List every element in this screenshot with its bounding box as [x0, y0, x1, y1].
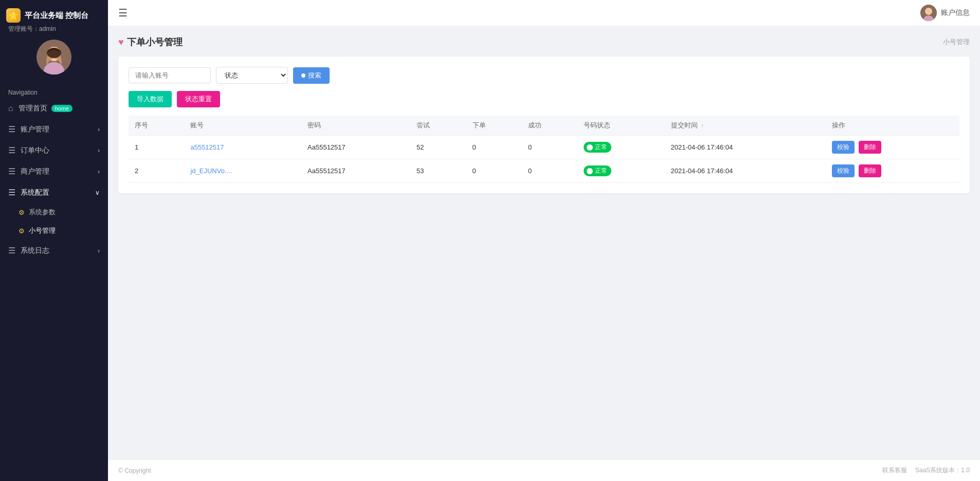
- cell-time: 2021-04-06 17:46:04: [665, 159, 826, 183]
- sidebar-item-account[interactable]: ☰ 账户管理 ›: [0, 119, 108, 140]
- col-time: 提交时间 ↑: [665, 116, 826, 136]
- footer: © Copyright 联系客服 SaaS系统版本：1.0: [108, 459, 980, 481]
- sidebar-item-order[interactable]: ☰ 订单中心 ›: [0, 140, 108, 161]
- toggle-dot-icon: [587, 144, 593, 151]
- topbar-right[interactable]: 账户信息: [920, 5, 970, 21]
- footer-right: 联系客服 SaaS系统版本：1.0: [882, 466, 970, 475]
- content-area: ♥ 下单小号管理 小号管理 状态 正常 异常 搜索: [108, 26, 980, 459]
- cell-status: 正常: [577, 136, 664, 159]
- cell-index: 2: [129, 159, 184, 183]
- list-icon-order: ☰: [8, 145, 15, 155]
- svg-point-5: [925, 8, 932, 15]
- table-body: 1 a55512517 Aa55512517 52 0 0 正常 2021-04…: [129, 136, 959, 183]
- table-row: 1 a55512517 Aa55512517 52 0 0 正常 2021-04…: [129, 136, 959, 159]
- footer-contact: 联系客服: [882, 466, 907, 475]
- sidebar-logo-row: ⭐ 平台业务端 控制台: [6, 8, 102, 23]
- col-try: 尝试: [410, 116, 466, 136]
- verify-button[interactable]: 校验: [832, 141, 855, 154]
- sidebar-item-merchant[interactable]: ☰ 商户管理 ›: [0, 161, 108, 182]
- footer-version: SaaS系统版本：1.0: [915, 466, 970, 475]
- gear-icon-submanage: ⚙: [19, 227, 25, 235]
- cell-order: 0: [466, 136, 522, 159]
- cell-time: 2021-04-06 17:46:04: [665, 136, 826, 159]
- col-success: 成功: [522, 116, 577, 136]
- admin-label: 管理账号：admin: [6, 25, 56, 33]
- sidebar-item-syslog[interactable]: ☰ 系统日志 ›: [0, 240, 108, 261]
- cell-password: Aa55512517: [301, 159, 410, 183]
- action-row: 导入数据 状态重置: [129, 91, 959, 107]
- sidebar-sub-sys-params[interactable]: ⚙ 系统参数: [0, 203, 108, 221]
- status-filter-select[interactable]: 状态 正常 异常: [216, 67, 288, 84]
- sidebar-item-sysconfig-label: 系统配置: [21, 188, 49, 197]
- col-order: 下单: [466, 116, 522, 136]
- sidebar-item-home-label: 管理首页: [19, 104, 47, 113]
- cell-order: 0: [466, 159, 522, 183]
- sidebar-sub-sub-manage-label: 小号管理: [29, 226, 56, 235]
- table-header-row: 序号 账号 密码 尝试 下单 成功 号码状态 提交时间 ↑ 操作: [129, 116, 959, 136]
- menu-toggle-button[interactable]: ☰: [118, 7, 128, 19]
- reset-status-button[interactable]: 状态重置: [177, 91, 220, 107]
- sidebar-item-syslog-label: 系统日志: [21, 246, 49, 255]
- chevron-right-icon-order: ›: [98, 147, 100, 154]
- cell-password: Aa55512517: [301, 136, 410, 159]
- sidebar-sub-sub-manage[interactable]: ⚙ 小号管理: [0, 221, 108, 240]
- cell-success: 0: [522, 136, 577, 159]
- chevron-right-icon-merchant: ›: [98, 168, 100, 175]
- col-password: 密码: [301, 116, 410, 136]
- account-link[interactable]: a55512517: [190, 143, 224, 151]
- sidebar-header: ⭐ 平台业务端 控制台 管理账号：admin: [0, 0, 108, 85]
- account-link[interactable]: jd_EJUNVo....: [190, 167, 232, 175]
- home-badge: home: [51, 105, 73, 112]
- import-data-button[interactable]: 导入数据: [129, 91, 172, 107]
- col-status: 号码状态: [577, 116, 664, 136]
- nav-section-label: Navigation: [0, 85, 108, 98]
- search-dot-icon: [301, 73, 305, 78]
- filter-row: 状态 正常 异常 搜索: [129, 67, 959, 84]
- cell-account: a55512517: [184, 136, 301, 159]
- cell-account: jd_EJUNVo....: [184, 159, 301, 183]
- verify-button[interactable]: 校验: [832, 164, 855, 177]
- cell-status: 正常: [577, 159, 664, 183]
- sidebar-title: 平台业务端 控制台: [25, 11, 88, 21]
- cell-try: 53: [410, 159, 466, 183]
- list-icon-merchant: ☰: [8, 166, 15, 176]
- cell-index: 1: [129, 136, 184, 159]
- topbar: ☰ 账户信息: [108, 0, 980, 26]
- cell-action: 校验 删除: [826, 136, 959, 159]
- status-badge[interactable]: 正常: [584, 142, 611, 153]
- gear-icon-params: ⚙: [19, 209, 25, 216]
- sidebar-item-home[interactable]: ⌂ 管理首页 home: [0, 98, 108, 119]
- cell-action: 校验 删除: [826, 159, 959, 183]
- breadcrumb-bar: ♥ 下单小号管理 小号管理: [118, 36, 970, 48]
- account-filter-input[interactable]: [129, 67, 211, 83]
- list-icon-syslog: ☰: [8, 246, 15, 255]
- page-title-row: ♥ 下单小号管理: [118, 36, 183, 48]
- content-card: 状态 正常 异常 搜索 导入数据 状态重置 序号 账号: [118, 57, 970, 193]
- col-index: 序号: [129, 116, 184, 136]
- status-badge[interactable]: 正常: [584, 165, 611, 176]
- heart-icon: ♥: [118, 37, 124, 48]
- col-account: 账号: [184, 116, 301, 136]
- search-button[interactable]: 搜索: [293, 67, 330, 84]
- sidebar-item-merchant-label: 商户管理: [21, 167, 49, 176]
- topbar-left: ☰: [118, 7, 128, 19]
- table-row: 2 jd_EJUNVo.... Aa55512517 53 0 0 正常 202…: [129, 159, 959, 183]
- toggle-dot-icon: [587, 168, 593, 174]
- list-icon-account: ☰: [8, 124, 15, 134]
- avatar: [37, 40, 71, 75]
- breadcrumb-right: 小号管理: [943, 38, 970, 47]
- sidebar: ⭐ 平台业务端 控制台 管理账号：admin Navigation ⌂ 管理首页…: [0, 0, 108, 481]
- chevron-right-icon-syslog: ›: [98, 247, 100, 254]
- footer-copyright: © Copyright: [118, 467, 151, 474]
- list-icon-sysconfig: ☰: [8, 188, 15, 197]
- sidebar-sub-sys-params-label: 系统参数: [29, 208, 56, 217]
- sidebar-item-sysconfig[interactable]: ☰ 系统配置 ∨: [0, 182, 108, 203]
- chevron-right-icon-account: ›: [98, 126, 100, 133]
- delete-button[interactable]: 删除: [859, 164, 881, 177]
- page-title: 下单小号管理: [127, 36, 183, 48]
- sort-icon[interactable]: ↑: [701, 122, 704, 128]
- cell-try: 52: [410, 136, 466, 159]
- delete-button[interactable]: 删除: [859, 141, 881, 154]
- chevron-down-icon-sysconfig: ∨: [95, 189, 100, 196]
- search-button-label: 搜索: [308, 71, 321, 80]
